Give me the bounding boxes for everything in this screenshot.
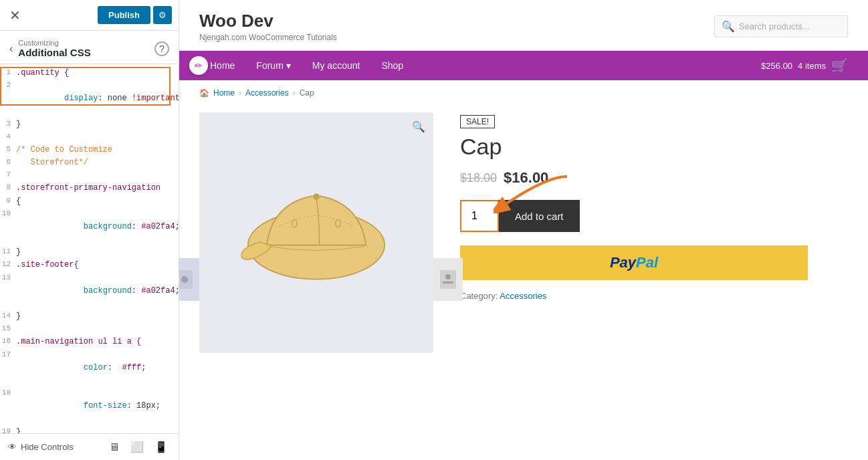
- zoom-icon[interactable]: 🔍: [412, 120, 425, 133]
- help-button[interactable]: ?: [154, 41, 169, 56]
- add-to-cart-row: Add to cart: [460, 200, 848, 232]
- old-price: $18.00: [460, 171, 497, 185]
- nav-my-account[interactable]: My account: [302, 51, 371, 80]
- nav-shop[interactable]: Shop: [370, 51, 414, 80]
- code-line: 2 display: none !important;: [0, 80, 179, 118]
- code-line: 14 }: [0, 310, 179, 323]
- code-line: 4: [0, 131, 179, 144]
- search-box[interactable]: 🔍 Search products...: [714, 15, 848, 37]
- code-line: 18 font-size: 18px;: [0, 387, 179, 426]
- mobile-view-button[interactable]: 📱: [152, 439, 171, 455]
- new-price: $16.00: [504, 169, 548, 187]
- category-label: Category:: [460, 291, 498, 301]
- nav-forum[interactable]: Forum ▾: [245, 51, 301, 80]
- cart-items-count: 4 items: [798, 61, 826, 71]
- code-line: 6 Storefront*/: [0, 156, 179, 169]
- quantity-input[interactable]: [460, 200, 499, 232]
- product-thumb-right[interactable]: [433, 258, 463, 301]
- site-header: Woo Dev Njengah.com WooCommerce Tutorial…: [179, 0, 868, 51]
- category-link[interactable]: Accessories: [500, 291, 546, 301]
- close-button[interactable]: ✕: [7, 5, 23, 26]
- settings-button[interactable]: ⚙: [153, 6, 172, 24]
- product-info: SALE! Cap $18.00 $16.00: [460, 112, 848, 447]
- code-line: 3 }: [0, 118, 179, 131]
- paypal-logo: PayPal: [610, 254, 658, 271]
- product-thumb-left[interactable]: [179, 258, 199, 301]
- sale-badge: SALE!: [460, 115, 495, 128]
- tablet-view-button[interactable]: ⬜: [128, 439, 146, 455]
- breadcrumb-sep1: ›: [239, 88, 241, 98]
- customizer-panel: ✕ Publish ⚙ ‹ Customizing Additional CSS…: [0, 0, 179, 460]
- publish-area: Publish ⚙: [98, 6, 172, 24]
- breadcrumb-sep2: ›: [293, 88, 296, 98]
- site-title: Woo Dev: [199, 11, 337, 31]
- code-line: 1 .quantity {: [0, 67, 179, 80]
- cart-amount: $256.00: [761, 61, 792, 71]
- add-to-cart-button[interactable]: Add to cart: [499, 200, 580, 232]
- svg-point-3: [313, 194, 319, 200]
- code-line: 12 .site-footer{: [0, 259, 179, 271]
- code-line: 8 .storefront-primary-navigation: [0, 182, 179, 195]
- breadcrumb-category[interactable]: Accessories: [245, 88, 289, 98]
- hide-controls-label: Hide Controls: [21, 442, 74, 452]
- forum-dropdown-icon: ▾: [286, 60, 291, 71]
- code-line: 17 color: #fff;: [0, 349, 179, 388]
- price-area: $18.00 $16.00: [460, 169, 848, 187]
- site-branding: Woo Dev Njengah.com WooCommerce Tutorial…: [199, 11, 337, 42]
- customizer-title-area: ‹ Customizing Additional CSS ?: [0, 31, 179, 64]
- code-line: 10 background: #a02fa4;: [0, 208, 179, 247]
- code-line: 9 {: [0, 195, 179, 208]
- svg-rect-8: [443, 281, 453, 283]
- breadcrumb-home-icon: 🏠: [199, 88, 209, 98]
- device-icons: 🖥 ⬜ 📱: [106, 439, 171, 455]
- paypal-button[interactable]: PayPal: [460, 245, 808, 280]
- product-title: Cap: [460, 134, 848, 160]
- customizer-header: ✕ Publish ⚙: [0, 0, 179, 31]
- desktop-view-button[interactable]: 🖥: [106, 439, 122, 455]
- product-area: 🔍: [179, 106, 868, 460]
- cart-icon: 🛒: [831, 58, 848, 74]
- search-icon: 🔍: [722, 20, 735, 33]
- svg-point-7: [445, 274, 451, 279]
- code-line: 16 .main-navigation ul li a {: [0, 336, 179, 348]
- hide-controls-button[interactable]: 👁 Hide Controls: [8, 442, 74, 452]
- code-line: 15: [0, 323, 179, 336]
- svg-point-1: [181, 276, 188, 283]
- preview-area: Woo Dev Njengah.com WooCommerce Tutorial…: [179, 0, 868, 460]
- breadcrumb: 🏠 Home › Accessories › Cap: [179, 80, 868, 106]
- breadcrumb-current: Cap: [300, 88, 314, 98]
- eye-icon: 👁: [8, 442, 17, 452]
- woo-page: Woo Dev Njengah.com WooCommerce Tutorial…: [179, 0, 868, 460]
- code-line: 19 }: [0, 426, 179, 433]
- customizer-section-title: Additional CSS: [18, 47, 90, 58]
- code-line: 7: [0, 169, 179, 182]
- code-line: 13 background: #a02fa4;: [0, 272, 179, 311]
- category-line: Category: Accessories: [460, 291, 848, 301]
- back-button[interactable]: ‹: [9, 43, 13, 55]
- cart-area[interactable]: $256.00 4 items 🛒: [761, 58, 848, 74]
- edit-nav-button[interactable]: ✏: [189, 56, 208, 75]
- site-subtitle: Njengah.com WooCommerce Tutorials: [199, 33, 337, 42]
- cap-illustration: [229, 159, 403, 306]
- code-line: 5 /* Code to Customize: [0, 144, 179, 156]
- nav-bar: ✏ Home Forum ▾ My account Shop $256.00 4…: [179, 51, 868, 80]
- nav-links: Home Forum ▾ My account Shop: [199, 51, 414, 80]
- breadcrumb-home[interactable]: Home: [213, 88, 235, 98]
- publish-button[interactable]: Publish: [98, 6, 150, 24]
- customizer-meta-label: Customizing: [18, 39, 90, 47]
- customizer-footer: 👁 Hide Controls 🖥 ⬜ 📱: [0, 433, 179, 460]
- code-line: 11 }: [0, 246, 179, 259]
- search-placeholder: Search products...: [739, 21, 810, 31]
- css-code-editor[interactable]: 1 .quantity { 2 display: none !important…: [0, 64, 179, 433]
- product-image: 🔍: [199, 112, 433, 353]
